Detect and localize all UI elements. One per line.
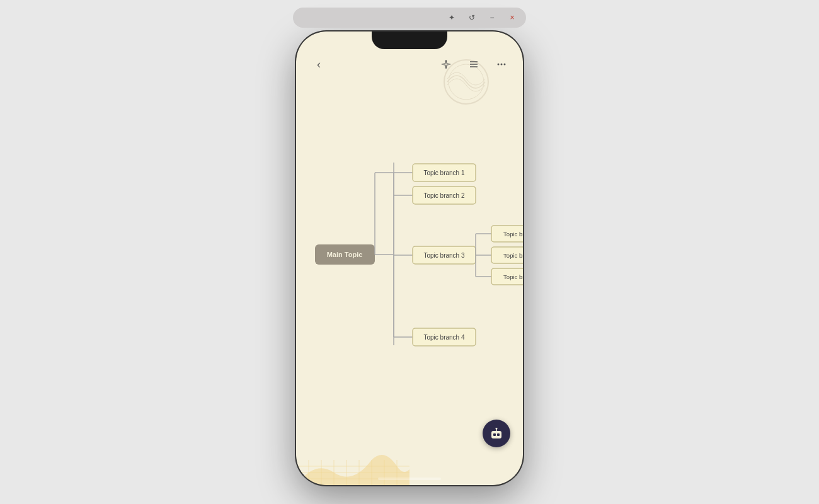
main-topic-label: Main Topic bbox=[327, 251, 363, 258]
sub-branch3-label: Topic branch 3 bbox=[503, 273, 523, 280]
sparkle-nav-button[interactable] bbox=[437, 55, 455, 73]
back-button[interactable]: ‹ bbox=[309, 54, 329, 74]
sub-branch2-label: Topic branch 2 bbox=[503, 252, 523, 259]
mindmap-area: Main Topic bbox=[296, 69, 523, 447]
svg-point-18 bbox=[504, 64, 506, 66]
svg-point-16 bbox=[498, 64, 500, 66]
phone-frame: ‹ bbox=[296, 32, 523, 485]
list-nav-button[interactable] bbox=[465, 55, 483, 73]
svg-rect-23 bbox=[497, 433, 500, 436]
phone-home-bar bbox=[378, 478, 441, 480]
svg-point-17 bbox=[501, 64, 503, 66]
branch1-label: Topic branch 1 bbox=[423, 169, 464, 176]
mindmap-svg: Main Topic bbox=[296, 69, 523, 447]
window-chrome: ✦ ↺ − × bbox=[293, 8, 526, 28]
history-button[interactable]: ↺ bbox=[464, 10, 479, 25]
more-nav-button[interactable] bbox=[493, 55, 510, 73]
sparkle-button[interactable]: ✦ bbox=[444, 10, 459, 25]
robot-icon bbox=[489, 428, 504, 439]
svg-rect-22 bbox=[493, 433, 496, 436]
close-button[interactable]: × bbox=[505, 10, 520, 25]
svg-rect-21 bbox=[491, 431, 501, 438]
branch2-label: Topic branch 2 bbox=[423, 192, 464, 199]
branch4-label: Topic branch 4 bbox=[423, 334, 464, 341]
branch3-label: Topic branch 3 bbox=[423, 252, 464, 259]
minimize-button[interactable]: − bbox=[484, 10, 500, 25]
ai-fab-button[interactable] bbox=[483, 420, 510, 447]
phone-screen: ‹ bbox=[296, 32, 523, 485]
phone-notch bbox=[372, 32, 447, 49]
nav-right-icons bbox=[437, 55, 510, 73]
svg-point-25 bbox=[496, 428, 498, 430]
sub-branch1-label: Topic branch 1 bbox=[503, 231, 523, 238]
